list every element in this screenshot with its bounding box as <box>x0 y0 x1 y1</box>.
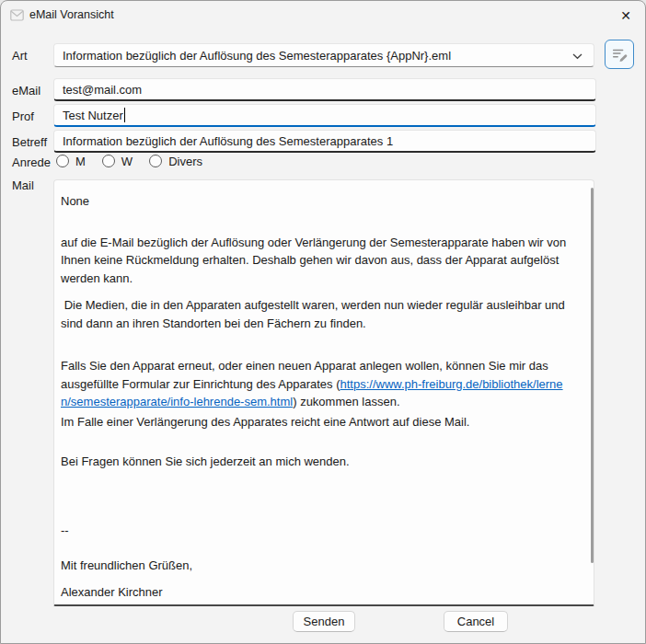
betreff-input[interactable]: Information bezüglich der Auflösung des … <box>53 130 596 153</box>
edit-template-button[interactable] <box>605 40 634 69</box>
radio-m-label: M <box>75 155 86 168</box>
cancel-button[interactable]: Cancel <box>444 611 508 632</box>
anrede-radio-group: M W Divers <box>56 153 219 169</box>
email-input-value: test@mail.com <box>63 83 142 97</box>
mail-paragraph: auf die E-Mail bezüglich der Auflösung o… <box>61 234 571 288</box>
titlebar: eMail Voransicht ✕ <box>1 1 645 30</box>
mail-paragraph: Mit freundlichen Grüßen, <box>61 557 571 575</box>
email-preview-dialog: eMail Voransicht ✕ Art Information bezüg… <box>0 0 646 644</box>
radio-m[interactable] <box>56 155 69 167</box>
radio-w[interactable] <box>102 155 115 167</box>
art-combobox-value: Information bezüglich der Auflösung des … <box>63 49 451 63</box>
mail-paragraph: Die Medien, die in den Apparaten aufgest… <box>61 296 571 332</box>
prof-input[interactable]: Test Nutzer <box>53 104 596 127</box>
close-button[interactable]: ✕ <box>616 6 636 26</box>
mail-paragraph: Alexander Kirchner <box>61 583 571 602</box>
art-label: Art <box>12 49 28 63</box>
mail-label: Mail <box>12 178 34 192</box>
prof-input-value: Test Nutzer <box>63 109 123 122</box>
envelope-icon <box>10 9 24 21</box>
window-title: eMail Voransicht <box>29 8 114 21</box>
betreff-input-value: Information bezüglich der Auflösung des … <box>63 134 393 148</box>
radio-divers[interactable] <box>149 155 162 167</box>
mail-paragraph: Falls Sie den Apparat erneut, oder einen… <box>61 357 571 411</box>
radio-w-label: W <box>121 155 133 168</box>
email-input[interactable]: test@mail.com <box>53 78 596 101</box>
anrede-label: Anrede <box>12 155 51 169</box>
betreff-label: Betreff <box>12 135 47 149</box>
art-combobox[interactable]: Information bezüglich der Auflösung des … <box>53 43 594 67</box>
text-caret <box>124 108 126 122</box>
mail-hyperlink[interactable]: https://www.ph-freiburg.de/bibliothek/le… <box>61 377 563 409</box>
compose-edit-icon <box>611 46 628 63</box>
mail-body-textbox[interactable]: Noneauf die E-Mail bezüglich der Auflösu… <box>53 179 594 606</box>
scrollbar-thumb[interactable] <box>591 188 594 563</box>
mail-paragraph: Bei Fragen können Sie sich jederzeit an … <box>61 453 571 471</box>
radio-divers-label: Divers <box>168 155 202 168</box>
prof-label: Prof <box>12 109 34 123</box>
mail-paragraph: Im Falle einer Verlängerung des Apparate… <box>61 413 571 431</box>
email-label: eMail <box>12 84 40 98</box>
chevron-down-icon <box>572 53 583 60</box>
mail-paragraph: -- <box>61 522 571 540</box>
senden-button[interactable]: Senden <box>293 611 355 632</box>
mail-paragraph: None <box>61 192 571 211</box>
